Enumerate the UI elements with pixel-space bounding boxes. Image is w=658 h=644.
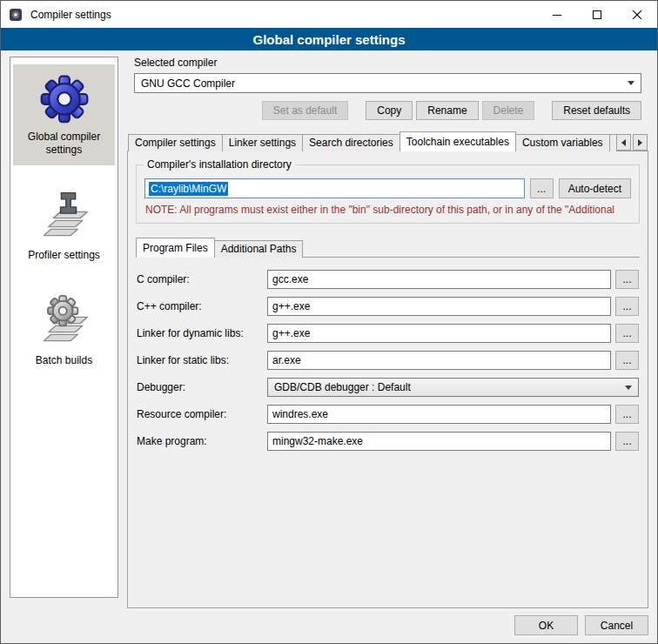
sidebar-item-label: Global compiler settings (15, 131, 113, 157)
form-row-debugger: Debugger: GDB/CDB debugger : Default (137, 378, 639, 397)
subtab-additional-paths[interactable]: Additional Paths (214, 240, 304, 258)
minimize-button[interactable] (537, 1, 577, 28)
tab-compiler-settings[interactable]: Compiler settings (128, 134, 223, 151)
settings-sidebar: Global compiler settings Profiler settin… (10, 57, 118, 598)
cpp-compiler-browse-button[interactable]: ... (615, 297, 639, 316)
selected-compiler-label: Selected compiler (134, 57, 641, 69)
close-icon (633, 10, 641, 19)
form-row-make-program: Make program: ... (137, 432, 639, 451)
form-row-cpp-compiler: C++ compiler: ... (137, 297, 639, 316)
install-dir-browse-button[interactable]: ... (530, 178, 554, 198)
linker-static-browse-button[interactable]: ... (615, 351, 639, 370)
sidebar-item-label: Batch builds (36, 354, 92, 367)
field-label: Debugger: (137, 381, 267, 393)
field-label: Resource compiler: (137, 408, 267, 420)
sidebar-item-global-compiler-settings[interactable]: Global compiler settings (13, 64, 115, 165)
tab-scroll-left-button[interactable] (616, 134, 631, 151)
field-label: Make program: (137, 435, 267, 447)
blue-gear-icon (38, 73, 91, 124)
linker-static-input[interactable] (267, 351, 611, 370)
debugger-combobox[interactable]: GDB/CDB debugger : Default (267, 378, 639, 397)
window-controls (537, 1, 657, 28)
install-dir-value: C:\raylib\MinGW (149, 182, 228, 196)
installation-directory-row: C:\raylib\MinGW ... Auto-detect (144, 178, 631, 198)
titlebar: Compiler settings (1, 1, 657, 28)
maximize-button[interactable] (577, 1, 617, 28)
compiler-settings-window: Compiler settings Global compiler settin… (0, 0, 658, 644)
cpp-compiler-input[interactable] (267, 297, 611, 316)
cancel-button[interactable]: Cancel (585, 615, 648, 635)
triangle-left-icon (621, 139, 626, 146)
tab-custom-variables[interactable]: Custom variables (515, 134, 610, 151)
installation-directory-groupbox: Compiler's installation directory C:\ray… (136, 164, 640, 224)
tab-search-directories[interactable]: Search directories (302, 134, 400, 151)
tab-scroll-controls (616, 134, 648, 151)
field-label: Linker for dynamic libs: (137, 327, 267, 339)
field-label: C++ compiler: (137, 300, 267, 312)
sidebar-item-batch-builds[interactable]: Batch builds (13, 285, 115, 376)
close-button[interactable] (617, 1, 657, 28)
program-files-page: C compiler: ... C++ compiler: ... Linker… (136, 257, 640, 600)
install-dir-input[interactable]: C:\raylib\MinGW (144, 178, 525, 198)
dialog-body: Global compiler settings Profiler settin… (1, 50, 657, 608)
toolchain-executables-page: Compiler's installation directory C:\ray… (127, 151, 648, 608)
settings-tabstrip: Compiler settings Linker settings Search… (127, 131, 648, 151)
resource-compiler-input[interactable] (267, 405, 611, 424)
form-row-c-compiler: C compiler: ... (137, 270, 639, 289)
resource-compiler-browse-button[interactable]: ... (615, 405, 639, 424)
field-label: C compiler: (137, 273, 267, 285)
form-row-resource-compiler: Resource compiler: ... (137, 405, 639, 424)
subtab-program-files[interactable]: Program Files (136, 238, 215, 258)
program-files-tabstrip: Program Files Additional Paths (136, 238, 640, 258)
form-row-linker-dynamic: Linker for dynamic libs: ... (137, 324, 639, 343)
minimize-icon (553, 10, 561, 19)
make-program-input[interactable] (267, 432, 611, 451)
window-title: Compiler settings (30, 9, 111, 21)
selected-compiler-value: GNU GCC Compiler (141, 77, 622, 90)
profiler-tool-icon (39, 188, 90, 242)
install-dir-note: NOTE: All programs must exist either in … (145, 204, 630, 216)
chevron-down-icon (628, 81, 634, 85)
field-label: Linker for static libs: (137, 354, 267, 366)
delete-button[interactable]: Delete (482, 101, 535, 120)
ok-button[interactable]: OK (514, 615, 578, 635)
groupbox-title: Compiler's installation directory (144, 158, 295, 171)
set-as-default-button[interactable]: Set as default (262, 101, 348, 120)
sidebar-item-label: Profiler settings (28, 249, 100, 262)
sidebar-item-profiler-settings[interactable]: Profiler settings (13, 179, 115, 271)
tab-scroll-right-button[interactable] (633, 134, 648, 151)
triangle-right-icon (638, 139, 642, 146)
main-panel: Selected compiler GNU GCC Compiler Set a… (127, 57, 648, 608)
c-compiler-input[interactable] (267, 270, 611, 289)
copy-button[interactable]: Copy (366, 101, 413, 120)
debugger-value: GDB/CDB debugger : Default (274, 381, 620, 393)
tab-toolchain-executables[interactable]: Toolchain executables (400, 131, 516, 151)
compiler-buttons-row: Set as default Copy Rename Delete Reset … (134, 101, 641, 120)
rename-button[interactable]: Rename (416, 101, 478, 120)
maximize-icon (593, 10, 601, 19)
dialog-header: Global compiler settings (1, 28, 657, 50)
form-row-linker-static: Linker for static libs: ... (137, 351, 639, 370)
selected-compiler-combobox[interactable]: GNU GCC Compiler (134, 73, 641, 93)
chevron-down-icon (625, 386, 632, 390)
linker-dynamic-browse-button[interactable]: ... (615, 324, 639, 343)
reset-defaults-button[interactable]: Reset defaults (552, 101, 641, 120)
gray-gear-icon (39, 293, 90, 347)
make-program-browse-button[interactable]: ... (615, 432, 639, 451)
tab-linker-settings[interactable]: Linker settings (222, 134, 303, 151)
dialog-footer: OK Cancel (1, 608, 657, 643)
auto-detect-button[interactable]: Auto-detect (559, 178, 631, 198)
linker-dynamic-input[interactable] (267, 324, 611, 343)
app-icon (9, 8, 23, 22)
c-compiler-browse-button[interactable]: ... (615, 270, 639, 289)
